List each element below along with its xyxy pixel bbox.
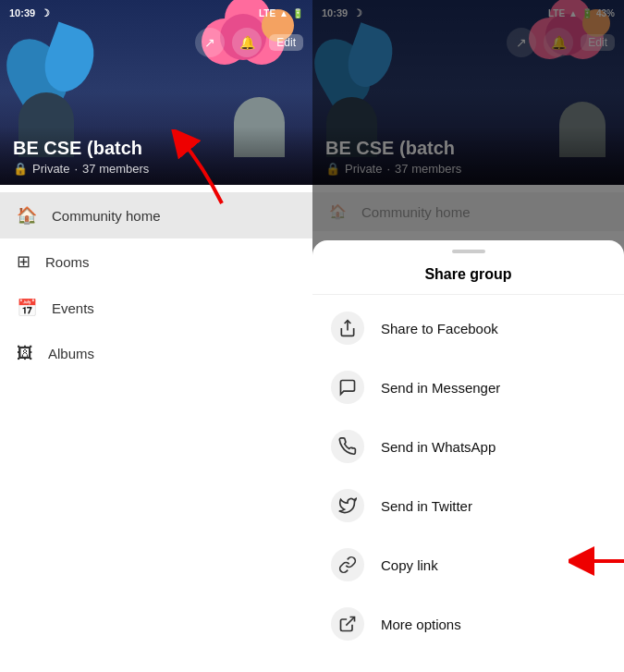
share-facebook-label: Share to Facebook	[381, 321, 498, 336]
send-whatsapp-item[interactable]: Send in WhatsApp	[312, 417, 624, 476]
left-header-icons: ↗ 🔔 Edit	[195, 28, 303, 57]
left-rooms-icon: ⊞	[17, 251, 31, 272]
left-nav-community-home[interactable]: 🏠 Community home	[0, 192, 312, 238]
left-group-members: 37 members	[82, 162, 149, 176]
send-whatsapp-icon	[331, 430, 364, 463]
share-facebook-item[interactable]: Share to Facebook	[312, 299, 624, 358]
edit-button[interactable]: Edit	[269, 34, 303, 51]
left-nav-albums[interactable]: 🖼 Albums	[0, 331, 312, 376]
sheet-handle	[452, 250, 485, 253]
left-home-icon: 🏠	[17, 205, 37, 226]
copy-link-label: Copy link	[381, 557, 438, 573]
left-status-time: 10:39	[9, 7, 35, 18]
copy-arrow	[569, 535, 624, 590]
send-twitter-item[interactable]: Send in Twitter	[312, 476, 624, 535]
left-events-icon: 📅	[17, 298, 37, 318]
more-options-label: More options	[381, 617, 461, 632]
left-group-dot: ·	[74, 162, 78, 176]
send-twitter-icon	[331, 489, 364, 522]
bottom-sheet: Share group Share to Facebook Send in Me…	[312, 240, 624, 672]
send-messenger-icon	[331, 371, 364, 404]
left-status-bar: 10:39 ☽ LTE ▲ 🔋	[0, 0, 312, 26]
lock-icon: 🔒	[13, 162, 28, 176]
send-messenger-label: Send in Messenger	[381, 380, 500, 396]
left-nav-events[interactable]: 📅 Events	[0, 285, 312, 331]
send-twitter-label: Send in Twitter	[381, 498, 472, 514]
sheet-title: Share group	[312, 259, 624, 294]
left-signal-icon: ▲	[279, 8, 288, 18]
right-panel: 10:39 ☽ LTE ▲ 🔋 43% BE CSE (batch 🔒 Priv…	[312, 0, 624, 672]
share-facebook-icon	[331, 312, 364, 345]
left-group-meta: 🔒 Private · 37 members	[13, 162, 300, 176]
left-lte-icon: LTE	[259, 8, 275, 18]
left-albums-icon: 🖼	[17, 344, 33, 363]
left-nav-events-label: Events	[52, 300, 94, 316]
left-battery-icon: 🔋	[292, 8, 303, 18]
left-group-name: BE CSE (batch	[13, 138, 300, 159]
left-nav-rooms[interactable]: ⊞ Rooms	[0, 238, 312, 285]
left-nav-albums-label: Albums	[48, 346, 94, 361]
svg-line-3	[346, 617, 354, 626]
left-nav-menu: 🏠 Community home ⊞ Rooms 📅 Events 🖼 Albu…	[0, 185, 312, 672]
more-options-icon	[331, 607, 364, 641]
left-nav-rooms-label: Rooms	[45, 254, 90, 270]
notifications-button[interactable]: 🔔	[232, 28, 262, 57]
left-nav-community-label: Community home	[52, 208, 161, 224]
left-status-moon: ☽	[41, 7, 50, 19]
left-group-privacy: Private	[32, 162, 69, 176]
share-button[interactable]: ↗	[195, 28, 225, 57]
sheet-divider	[312, 294, 624, 295]
left-group-overlay: BE CSE (batch 🔒 Private · 37 members	[0, 127, 312, 185]
left-group-header: BE CSE (batch 🔒 Private · 37 members ↗ 🔔…	[0, 0, 312, 185]
copy-link-icon	[331, 548, 364, 581]
left-status-icons: LTE ▲ 🔋	[259, 8, 303, 18]
send-messenger-item[interactable]: Send in Messenger	[312, 358, 624, 417]
left-panel: 10:39 ☽ LTE ▲ 🔋 BE CSE (batch 🔒 Private …	[0, 0, 312, 672]
send-whatsapp-label: Send in WhatsApp	[381, 439, 496, 455]
more-options-item[interactable]: More options	[312, 594, 624, 654]
copy-link-item[interactable]: Copy link	[312, 535, 624, 594]
